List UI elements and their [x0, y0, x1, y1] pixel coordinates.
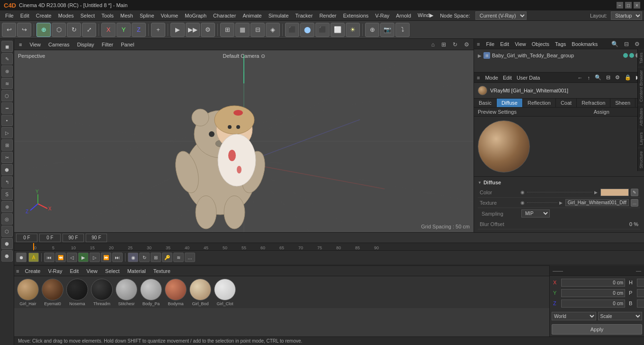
tab-structure[interactable]: Structure	[638, 148, 644, 172]
tl-goto-end-button[interactable]: ⏭	[112, 253, 123, 262]
material-item-girlhair[interactable]: Girl_Hair	[17, 279, 39, 306]
preview-settings-button[interactable]: Preview Settings	[474, 108, 559, 116]
timeline-start-input[interactable]	[39, 234, 61, 242]
texture-value[interactable]: Girl_Hair_Whitemat001_Diff	[565, 199, 629, 206]
menu-tools[interactable]: Tools	[98, 10, 117, 21]
tab-coat[interactable]: Coat	[556, 99, 577, 107]
material-item-eyemat[interactable]: Eyemat0	[42, 279, 63, 306]
sidebar-model-icon[interactable]: ◼	[1, 41, 13, 52]
sidebar-knife-icon[interactable]: ✂	[1, 152, 13, 163]
viewport-canvas[interactable]: X Y Z Perspective Default Camera ⊙ Grid …	[14, 50, 474, 232]
vp-home-button[interactable]: ⌂	[430, 41, 436, 48]
color-arrow-button[interactable]: ▶	[594, 190, 598, 195]
color-edit-button[interactable]: ✎	[631, 189, 638, 196]
tab-takes[interactable]: Takes	[638, 49, 644, 67]
tl-more-button[interactable]: …	[185, 253, 195, 262]
material-item-threadm[interactable]: Threadm	[91, 279, 113, 306]
vp-settings-button[interactable]: ⚙	[463, 41, 471, 48]
rotate-button[interactable]: ↻	[67, 23, 81, 37]
tl-prev-key-button[interactable]: ⏪	[55, 253, 66, 262]
visibility-dot-render[interactable]	[629, 53, 634, 58]
render-settings-button[interactable]: ⚙	[201, 23, 215, 37]
color-swatch[interactable]	[600, 189, 629, 196]
menu-select[interactable]: Select	[77, 10, 98, 21]
om-file-menu[interactable]: File	[484, 41, 496, 47]
transform-mode-select[interactable]: Scale Position Rotation	[598, 312, 643, 320]
sidebar-point-icon[interactable]: •	[1, 115, 13, 126]
sidebar-snap2-icon[interactable]: ⊞	[1, 139, 13, 151]
assign-button[interactable]: Assign	[559, 108, 644, 116]
menu-render[interactable]: Render	[316, 10, 340, 21]
object-item-root[interactable]: ▶ ⊞ Baby_Girl_with_Teddy_Bear_group	[477, 51, 641, 60]
tab-refraction[interactable]: Refraction	[577, 99, 610, 107]
om-tags-menu[interactable]: Tags	[554, 41, 567, 47]
sphere-button[interactable]: ⬤	[300, 23, 314, 37]
sidebar-bottom2-icon[interactable]: ⬢	[1, 238, 13, 249]
tl-loop-button[interactable]: ↻	[139, 253, 150, 262]
om-filter-button[interactable]: ⊟	[623, 41, 630, 47]
diffuse-chevron[interactable]: ▼	[478, 181, 482, 185]
menu-mesh[interactable]: Mesh	[117, 10, 136, 21]
scale-button[interactable]: ⬡	[52, 23, 66, 37]
am-settings-button[interactable]: ⚙	[614, 74, 621, 81]
undo-button[interactable]: ↩	[2, 23, 16, 37]
new-object-button[interactable]: +	[151, 23, 165, 37]
om-objects-menu[interactable]: Objects	[530, 41, 551, 47]
vp-menu-panel[interactable]: Panel	[119, 42, 136, 47]
sidebar-s2-icon[interactable]: ⊕	[1, 201, 13, 212]
sidebar-edge-icon[interactable]: ━	[1, 102, 13, 114]
am-edit-menu[interactable]: Edit	[501, 75, 513, 81]
sidebar-bottom1-icon[interactable]: ⬡	[1, 226, 13, 237]
om-search-button[interactable]: 🔍	[610, 41, 620, 47]
material-item-bodypa[interactable]: Body_Pa	[140, 279, 162, 306]
sidebar-extrude-icon[interactable]: ⬢	[1, 164, 13, 175]
material-item-nosema[interactable]: Nosema	[66, 279, 88, 306]
texture-browse-button[interactable]: …	[631, 199, 638, 207]
tab-sheen[interactable]: Sheen	[610, 99, 635, 107]
z-position-field[interactable]	[561, 300, 625, 308]
am-search-button[interactable]: 🔍	[593, 74, 603, 81]
menu-node-space[interactable]: Node Space:	[437, 10, 474, 21]
sidebar-sculpt-icon[interactable]: ⊛	[1, 65, 13, 77]
titlebar-controls[interactable]: − □ ×	[617, 2, 640, 9]
minimize-button[interactable]: −	[617, 2, 623, 9]
tab-basic[interactable]: Basic	[474, 99, 497, 107]
tl-key-button[interactable]: 🔑	[162, 253, 172, 262]
om-bookmarks-menu[interactable]: Bookmarks	[570, 41, 599, 47]
mat-create-menu[interactable]: Create	[23, 268, 42, 274]
am-mode-menu[interactable]: Mode	[483, 75, 500, 81]
mat-material-menu[interactable]: Material	[125, 268, 148, 274]
redo-button[interactable]: ↪	[17, 23, 31, 37]
menu-volume[interactable]: Volume	[158, 10, 182, 21]
plane-button[interactable]: ⬜	[331, 23, 345, 37]
om-edit-menu[interactable]: Edit	[499, 41, 510, 47]
move-button[interactable]: ⊕	[36, 23, 51, 37]
timeline-end-input[interactable]	[63, 234, 84, 242]
menu-arnold[interactable]: Arnold	[393, 10, 414, 21]
deform-button[interactable]: ⤵	[395, 23, 410, 37]
mat-view-menu[interactable]: View	[84, 268, 99, 274]
menu-modes[interactable]: Modes	[55, 10, 77, 21]
p-rotation-field[interactable]	[637, 289, 644, 297]
apply-button[interactable]: Apply	[552, 324, 642, 335]
sampling-select[interactable]: MIP None SAT	[521, 209, 550, 218]
tab-layers[interactable]: Layers	[638, 129, 644, 148]
x-position-field[interactable]	[561, 279, 625, 287]
tl-autokey-button[interactable]: A	[28, 253, 39, 262]
mat-texture-menu[interactable]: Texture	[152, 268, 172, 274]
menu-tracker[interactable]: Tracker	[292, 10, 316, 21]
texture-arrow-button[interactable]: ▶	[559, 200, 563, 205]
sidebar-s-icon[interactable]: S	[1, 189, 13, 200]
vp-frame-button[interactable]: ⊞	[440, 41, 447, 48]
material-item-girlclot[interactable]: Girl_Clot	[214, 279, 236, 306]
vp-menu-cameras[interactable]: Cameras	[46, 42, 72, 47]
playhead[interactable]	[33, 243, 34, 250]
menu-extensions[interactable]: Extensions	[340, 10, 372, 21]
node-space-select[interactable]: Current (V-Ray)	[475, 11, 527, 20]
floor-button[interactable]: ▦	[235, 23, 250, 37]
tab-content-browser[interactable]: Content Browser	[638, 67, 644, 105]
sidebar-live-icon[interactable]: ▷	[1, 127, 13, 138]
om-settings-button[interactable]: ⚙	[633, 41, 641, 47]
menu-animate[interactable]: Animate	[239, 10, 265, 21]
tl-motion-button[interactable]: ≋	[173, 253, 184, 262]
